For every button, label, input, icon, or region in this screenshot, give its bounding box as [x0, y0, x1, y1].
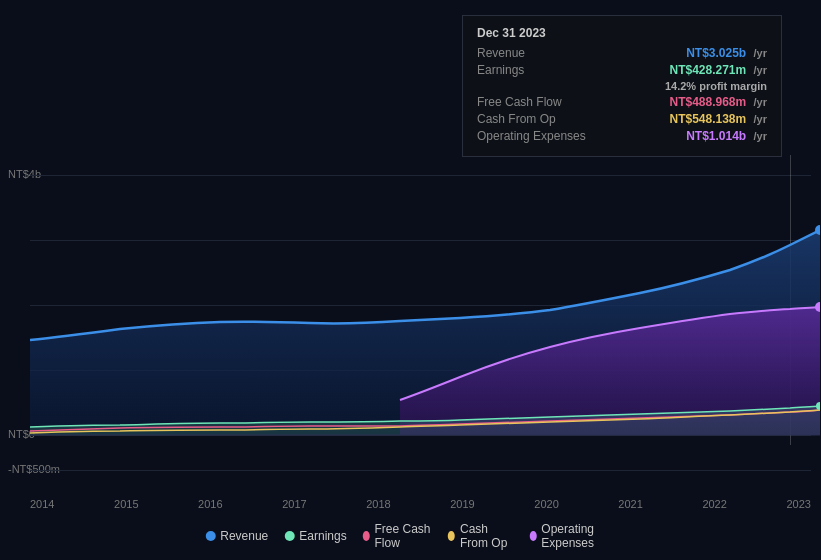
tooltip-label-revenue: Revenue	[477, 46, 587, 60]
legend: Revenue Earnings Free Cash Flow Cash Fro…	[205, 522, 616, 550]
legend-label-fcf: Free Cash Flow	[374, 522, 432, 550]
tooltip-value-fcf: NT$488.968m /yr	[669, 95, 767, 109]
legend-item-revenue[interactable]: Revenue	[205, 529, 268, 543]
tooltip-value-opex: NT$1.014b /yr	[686, 129, 767, 143]
tooltip-label-earnings: Earnings	[477, 63, 587, 77]
legend-dot-revenue	[205, 531, 215, 541]
chart-container: Dec 31 2023 Revenue NT$3.025b /yr Earnin…	[0, 0, 821, 560]
legend-item-fcf[interactable]: Free Cash Flow	[363, 522, 433, 550]
tooltip-row-revenue: Revenue NT$3.025b /yr	[477, 46, 767, 60]
legend-label-cashfromop: Cash From Op	[460, 522, 514, 550]
tooltip-value-earnings: NT$428.271m /yr	[669, 63, 767, 77]
legend-label-earnings: Earnings	[299, 529, 346, 543]
x-label-2020: 2020	[534, 498, 558, 510]
x-label-2021: 2021	[618, 498, 642, 510]
x-label-2019: 2019	[450, 498, 474, 510]
x-label-2018: 2018	[366, 498, 390, 510]
legend-dot-cashfromop	[448, 531, 455, 541]
legend-item-earnings[interactable]: Earnings	[284, 529, 346, 543]
tooltip-label-fcf: Free Cash Flow	[477, 95, 587, 109]
tooltip-row-opex: Operating Expenses NT$1.014b /yr	[477, 129, 767, 143]
grid-line-neg	[30, 470, 811, 471]
x-axis-labels: 2014 2015 2016 2017 2018 2019 2020 2021 …	[30, 498, 811, 510]
legend-item-opex[interactable]: Operating Expenses	[529, 522, 615, 550]
legend-item-cashfromop[interactable]: Cash From Op	[448, 522, 513, 550]
tooltip-label-opex: Operating Expenses	[477, 129, 587, 143]
legend-dot-earnings	[284, 531, 294, 541]
tooltip-row-fcf: Free Cash Flow NT$488.968m /yr	[477, 95, 767, 109]
tooltip-label-cashfromop: Cash From Op	[477, 112, 587, 126]
tooltip-date: Dec 31 2023	[477, 26, 767, 40]
x-label-2014: 2014	[30, 498, 54, 510]
legend-dot-fcf	[363, 531, 370, 541]
tooltip-row-cashfromop: Cash From Op NT$548.138m /yr	[477, 112, 767, 126]
x-label-2015: 2015	[114, 498, 138, 510]
legend-dot-opex	[529, 531, 536, 541]
x-label-2017: 2017	[282, 498, 306, 510]
tooltip: Dec 31 2023 Revenue NT$3.025b /yr Earnin…	[462, 15, 782, 157]
tooltip-value-revenue: NT$3.025b /yr	[686, 46, 767, 60]
x-label-2022: 2022	[702, 498, 726, 510]
legend-label-opex: Operating Expenses	[541, 522, 615, 550]
x-label-2016: 2016	[198, 498, 222, 510]
x-label-2023: 2023	[786, 498, 810, 510]
legend-label-revenue: Revenue	[220, 529, 268, 543]
tooltip-row-earnings: Earnings NT$428.271m /yr	[477, 63, 767, 77]
tooltip-value-cashfromop: NT$548.138m /yr	[669, 112, 767, 126]
tooltip-profit-margin-row: 14.2% profit margin	[477, 80, 767, 92]
tooltip-profit-margin: 14.2% profit margin	[665, 80, 767, 92]
chart-svg	[30, 155, 820, 465]
